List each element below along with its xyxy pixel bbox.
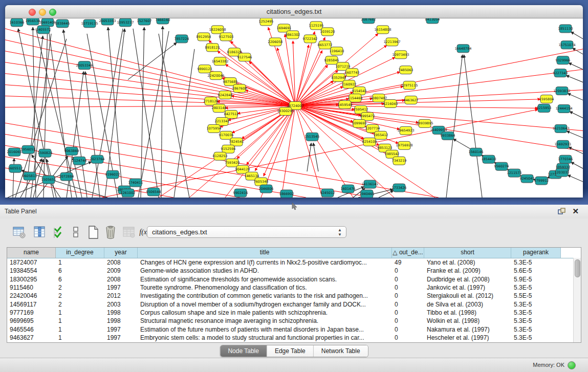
- column-header-short[interactable]: short: [424, 248, 511, 258]
- table-settings-icon[interactable]: [12, 225, 27, 240]
- graph-node[interactable]: [319, 41, 331, 49]
- select-checks-icon[interactable]: [52, 225, 67, 240]
- table-cell[interactable]: Nakamura et al. (1997): [424, 326, 511, 333]
- graph-node[interactable]: [540, 95, 553, 103]
- table-cell[interactable]: Jankovic et al. (1997): [424, 284, 511, 291]
- graph-node[interactable]: [470, 148, 482, 156]
- table-row[interactable]: 969969511998Structural magnetic resonanc…: [7, 317, 581, 325]
- table-row[interactable]: 977716911998Corpus callosum shape and si…: [7, 309, 581, 317]
- citation-network-graph[interactable]: 1872400718300295182260588912954912750389…: [5, 18, 583, 198]
- graph-node[interactable]: [226, 159, 238, 167]
- graph-node[interactable]: [198, 33, 210, 41]
- graph-node[interactable]: [483, 155, 495, 163]
- table-cell[interactable]: Stergiakouli et al. (2012): [424, 292, 511, 299]
- graph-node[interactable]: [225, 110, 237, 118]
- graph-node[interactable]: [556, 87, 568, 95]
- graph-node[interactable]: [287, 31, 299, 39]
- table-row[interactable]: 1456911722003Disruption of a novel membe…: [7, 300, 581, 308]
- graph-node[interactable]: [384, 100, 397, 108]
- graph-node[interactable]: [9, 164, 21, 172]
- table-cell[interactable]: 5.9E-5: [511, 276, 561, 283]
- graph-node[interactable]: [214, 57, 226, 65]
- table-cell[interactable]: Tourette syndrome. Phenomenology and cla…: [138, 284, 392, 291]
- table-row[interactable]: 1938455462009Genome-wide association stu…: [7, 267, 581, 275]
- table-selector-dropdown[interactable]: citations_edges.txt ▲▼: [147, 226, 346, 238]
- close-panel-icon[interactable]: ✕: [572, 207, 579, 216]
- graph-node[interactable]: [405, 96, 417, 104]
- graph-node[interactable]: [555, 124, 567, 133]
- table-cell[interactable]: Wolkin et al. (1998): [424, 317, 511, 324]
- graph-node[interactable]: [535, 177, 548, 185]
- column-header-title[interactable]: title: [138, 248, 392, 258]
- table-cell[interactable]: 2009: [104, 267, 138, 274]
- graph-node[interactable]: [363, 138, 376, 146]
- graph-node[interactable]: [393, 184, 405, 192]
- graph-node[interactable]: [508, 169, 520, 177]
- table-cell[interactable]: 9465546: [7, 326, 56, 333]
- row-options-icon[interactable]: [69, 225, 83, 240]
- graph-node[interactable]: [60, 172, 73, 181]
- graph-node[interactable]: [310, 21, 322, 30]
- scrollbar-thumb[interactable]: [575, 259, 580, 277]
- graph-node[interactable]: [210, 72, 222, 80]
- graph-node[interactable]: [559, 25, 572, 33]
- graph-node[interactable]: [214, 152, 226, 160]
- table-cell[interactable]: 19384554: [7, 267, 56, 274]
- graph-node[interactable]: [321, 189, 334, 197]
- graph-node[interactable]: [119, 18, 132, 27]
- tab-node-table[interactable]: Node Table: [220, 345, 267, 357]
- graph-node[interactable]: [8, 148, 20, 156]
- column-header-name[interactable]: name: [7, 248, 56, 258]
- table-cell[interactable]: 2: [56, 292, 104, 299]
- column-header-in_degree[interactable]: in_degree: [56, 248, 104, 258]
- table-row[interactable]: 1830029562008Estimation of significance …: [7, 275, 581, 283]
- table-cell[interactable]: 0: [392, 284, 424, 291]
- table-cell[interactable]: Estimation of the future numbers of pati…: [138, 326, 392, 333]
- table-cell[interactable]: Estimation of significance thresholds fo…: [138, 276, 392, 283]
- graph-node[interactable]: [386, 38, 398, 46]
- column-visibility-icon[interactable]: [33, 225, 47, 240]
- graph-node[interactable]: [333, 74, 345, 82]
- graph-node[interactable]: [353, 119, 365, 127]
- table-row[interactable]: 946554611997Estimation of the future num…: [7, 325, 581, 333]
- graph-node[interactable]: [56, 19, 69, 28]
- table-cell[interactable]: Dudbridge et al. (2008): [424, 276, 511, 283]
- table-cell[interactable]: 2012: [104, 292, 138, 299]
- graph-node[interactable]: [559, 155, 572, 163]
- graph-node[interactable]: [558, 105, 570, 113]
- graph-node[interactable]: [24, 172, 36, 180]
- table-cell[interactable]: Embryonic stem cells: a model to study s…: [138, 334, 392, 341]
- graph-node[interactable]: [147, 188, 160, 196]
- graph-node[interactable]: [375, 131, 387, 139]
- table-cell[interactable]: 0: [392, 292, 424, 299]
- table-row[interactable]: 946362711997Embryonic stem cells: a mode…: [7, 334, 581, 342]
- table-cell[interactable]: 5.3E-5: [511, 317, 561, 324]
- graph-node[interactable]: [403, 81, 416, 90]
- graph-node[interactable]: [11, 18, 23, 27]
- graph-node[interactable]: [220, 33, 232, 41]
- table-cell[interactable]: Hescheler et al. (1997): [424, 334, 511, 341]
- graph-node[interactable]: [66, 147, 78, 155]
- table-cell[interactable]: 9115460: [7, 284, 56, 291]
- graph-node[interactable]: [220, 131, 232, 139]
- graph-node[interactable]: [238, 53, 251, 61]
- graph-node[interactable]: [554, 69, 567, 77]
- graph-node[interactable]: [260, 185, 272, 193]
- graph-node[interactable]: [213, 104, 225, 113]
- graph-node[interactable]: [377, 26, 389, 34]
- table-cell[interactable]: 1997: [104, 334, 138, 341]
- graph-node[interactable]: [269, 38, 281, 46]
- graph-node[interactable]: [398, 141, 410, 149]
- graph-node[interactable]: [83, 19, 96, 28]
- table-cell[interactable]: 5.3E-5: [511, 326, 561, 333]
- graph-node[interactable]: [122, 189, 134, 197]
- graph-node[interactable]: [106, 170, 119, 179]
- table-cell[interactable]: 1: [56, 309, 104, 316]
- graph-node[interactable]: [22, 145, 34, 154]
- table-cell[interactable]: 5.3E-5: [511, 259, 561, 266]
- column-header-out_de[interactable]: △ out_de...: [392, 248, 424, 258]
- graph-node[interactable]: [91, 155, 103, 163]
- table-cell[interactable]: 5.3E-5: [511, 309, 561, 316]
- graph-node[interactable]: [208, 124, 220, 133]
- graph-node[interactable]: [442, 132, 454, 140]
